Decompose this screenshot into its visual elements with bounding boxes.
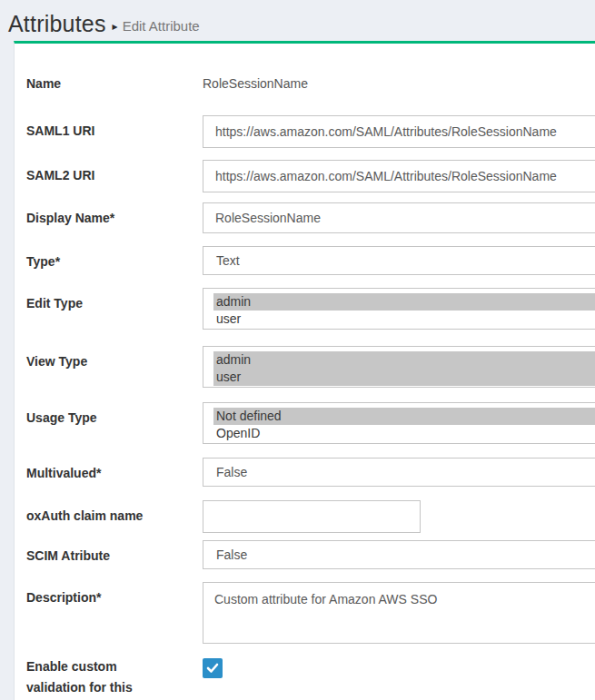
scim-attribute-select[interactable]: False [203,540,595,569]
edit-type-option-user[interactable]: user [213,311,595,328]
edit-type-option-admin[interactable]: admin [213,293,595,311]
form-row-view-type: View Type admin user [26,346,595,388]
type-select[interactable]: Text [203,246,595,275]
form-row-usage-type: Usage Type Not defined OpenID [26,402,595,444]
view-type-option-admin[interactable]: admin [213,351,595,369]
type-label: Type* [26,246,203,270]
saml2-uri-label: SAML2 URI [26,160,203,183]
form-row-scim-attribute: SCIM Atribute False [26,540,595,569]
usage-type-label: Usage Type [26,402,203,426]
custom-validation-checkbox[interactable] [203,658,223,678]
usage-type-option-openid[interactable]: OpenID [213,425,595,442]
type-select-value: Text [216,253,240,268]
oxauth-claim-name-label: oxAuth claim name [26,500,203,524]
multivalued-select[interactable]: False [203,458,595,487]
view-type-listbox[interactable]: admin user [203,346,595,388]
saml2-uri-input[interactable] [203,160,595,192]
edit-type-label: Edit Type [26,288,203,311]
saml1-uri-input[interactable] [203,115,595,148]
form-row-description: Description* Custom attribute for Amazon… [26,582,595,644]
name-value: RoleSessionName [203,68,595,92]
breadcrumb-current-page: Edit Attribute [123,18,200,34]
display-name-label: Display Name* [26,202,203,226]
description-textarea[interactable]: Custom attribute for Amazon AWS SSO [203,582,595,644]
edit-type-listbox[interactable]: admin user [203,288,595,330]
multivalued-select-value: False [216,465,247,479]
form-row-multivalued: Multivalued* False [26,458,595,487]
multivalued-label: Multivalued* [26,458,203,481]
description-label: Description* [26,582,203,606]
form-row-type: Type* Text [26,246,595,275]
name-label: Name [26,68,203,92]
checkmark-icon [206,663,219,674]
oxauth-claim-name-input[interactable] [203,500,421,533]
saml1-uri-label: SAML1 URI [26,115,203,139]
form-row-saml2-uri: SAML2 URI [26,160,595,192]
page-title: Attributes [8,11,106,37]
edit-attribute-panel: Name RoleSessionName SAML1 URI SAML2 URI… [14,41,595,700]
form-row-custom-validation: Enable custom validation for this attrib… [26,656,595,700]
breadcrumb-arrow-icon: ▸ [113,20,118,33]
form-row-name: Name RoleSessionName [26,68,595,92]
form-row-display-name: Display Name* [26,202,595,233]
form-row-saml1-uri: SAML1 URI [26,115,595,148]
usage-type-option-not-defined[interactable]: Not defined [213,408,595,425]
usage-type-listbox[interactable]: Not defined OpenID [203,402,595,444]
scim-attribute-select-value: False [216,547,247,562]
scim-attribute-label: SCIM Atribute [26,540,203,564]
view-type-option-user[interactable]: user [213,369,595,386]
form-row-oxauth-claim-name: oxAuth claim name [26,500,595,533]
custom-validation-label: Enable custom validation for this attrib… [26,656,203,700]
display-name-input[interactable] [203,202,595,233]
breadcrumb: Attributes ▸ Edit Attribute [0,0,595,41]
view-type-label: View Type [26,346,203,370]
form-row-edit-type: Edit Type admin user [26,288,595,330]
